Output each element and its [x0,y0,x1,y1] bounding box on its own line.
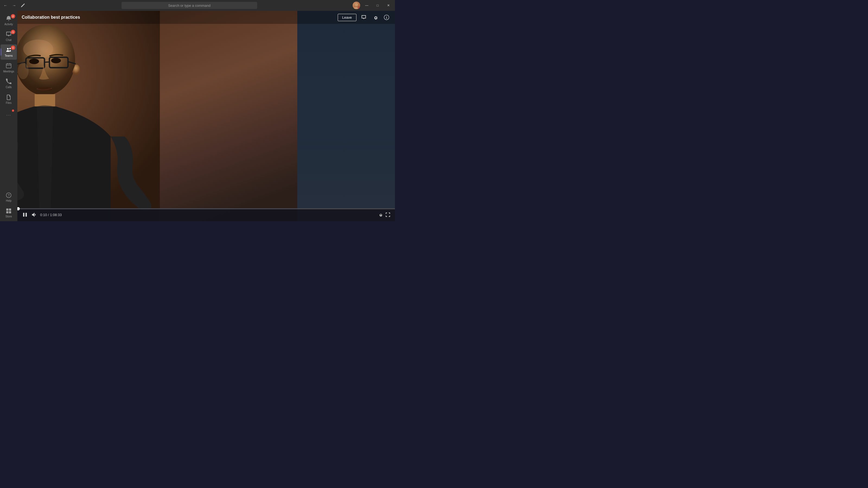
volume-button[interactable] [29,210,38,219]
person-figure [18,11,192,221]
main-layout: 2 Activity 1 Chat 1 [0,11,395,221]
svg-point-14 [18,24,75,95]
sidebar-item-activity[interactable]: 2 Activity [1,13,17,28]
compose-button[interactable] [20,2,26,9]
header-chat-button[interactable] [360,13,368,22]
video-title: Collaboration best practices [22,15,80,20]
more-dot [12,109,14,112]
svg-rect-12 [9,211,11,214]
chat-icon [6,31,12,38]
header-info-button[interactable] [382,13,391,22]
sidebar-item-store[interactable]: Store [1,205,17,221]
title-bar: ← → — □ ✕ [0,0,395,11]
svg-rect-25 [34,94,55,106]
sidebar-item-teams[interactable]: 1 Teams [1,44,17,60]
sidebar-item-files[interactable]: Files [1,92,17,107]
svg-point-24 [37,87,51,91]
progress-bar[interactable] [18,208,395,209]
back-button[interactable]: ← [2,2,9,9]
teams-icon [6,47,12,54]
progress-fill [18,208,18,209]
svg-rect-32 [26,213,27,217]
time-display: 0:10 / 1:08:33 [40,213,62,217]
controls-settings-button[interactable] [376,211,384,219]
minimize-button[interactable]: — [362,2,371,9]
svg-line-22 [18,62,26,64]
avatar[interactable] [352,2,360,9]
video-header: Collaboration best practices Leave [18,11,395,24]
progress-thumb [18,207,20,210]
meetings-icon [6,63,12,69]
files-icon [6,94,12,101]
sidebar: 2 Activity 1 Chat 1 [0,11,18,221]
total-time: 1:08:33 [50,213,62,217]
svg-point-17 [29,59,39,64]
teams-label: Teams [5,55,12,57]
sidebar-item-calls[interactable]: Calls [1,76,17,91]
header-settings-button[interactable] [371,13,379,22]
svg-rect-11 [6,211,8,214]
fullscreen-button[interactable] [384,211,392,219]
help-icon: ? [6,193,11,199]
svg-rect-10 [9,208,11,210]
activity-label: Activity [4,23,13,26]
svg-rect-19 [26,58,44,68]
svg-point-0 [355,3,358,6]
files-label: Files [6,102,11,104]
right-panel [297,11,395,221]
video-background [18,11,395,221]
meetings-label: Meetings [3,70,14,73]
forward-button[interactable]: → [11,2,18,9]
store-label: Store [5,215,12,218]
activity-icon [6,15,12,22]
title-bar-right: — □ ✕ [352,2,393,9]
svg-rect-13 [18,11,160,221]
search-input[interactable] [122,2,257,9]
svg-rect-31 [23,213,24,217]
leave-button[interactable]: Leave [338,14,356,21]
maximize-button[interactable]: □ [373,2,382,9]
store-icon [6,208,11,215]
svg-point-15 [18,24,75,95]
current-time: 0:10 [40,213,47,217]
calls-label: Calls [6,86,12,89]
more-icon: ··· [6,113,11,117]
svg-point-29 [386,16,387,17]
svg-point-27 [18,63,29,79]
sidebar-item-help[interactable]: ? Help [1,190,17,205]
content-area: Collaboration best practices Leave [18,11,395,221]
svg-line-23 [68,62,75,64]
svg-point-1 [7,48,9,50]
help-label: Help [6,199,12,202]
close-button[interactable]: ✕ [384,2,393,9]
svg-point-16 [23,40,53,59]
svg-point-2 [9,48,11,50]
svg-rect-30 [386,17,387,19]
video-controls: 0:10 / 1:08:33 [18,208,395,221]
calls-icon [6,78,12,85]
svg-rect-20 [50,57,68,67]
svg-rect-3 [6,64,11,68]
sidebar-item-chat[interactable]: 1 Chat [1,29,17,44]
title-bar-left: ← → [2,2,26,9]
header-actions: Leave [338,13,391,22]
play-pause-button[interactable] [21,210,29,219]
svg-text:?: ? [8,193,9,197]
video-container[interactable]: Collaboration best practices Leave [18,11,395,221]
svg-point-18 [51,58,61,63]
svg-rect-9 [6,208,8,210]
chat-label: Chat [6,39,11,41]
avatar-status-dot [358,7,360,9]
sidebar-item-more[interactable]: ··· [1,107,17,123]
sidebar-item-meetings[interactable]: Meetings [1,60,17,75]
